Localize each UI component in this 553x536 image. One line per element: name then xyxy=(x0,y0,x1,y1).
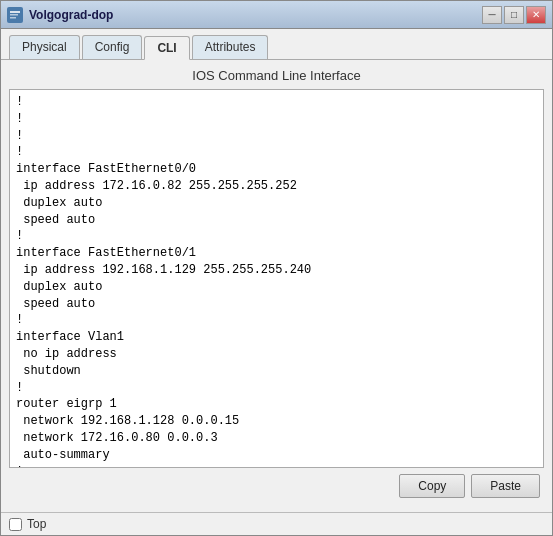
section-title: IOS Command Line Interface xyxy=(9,68,544,83)
tab-attributes[interactable]: Attributes xyxy=(192,35,269,59)
svg-rect-3 xyxy=(10,17,16,19)
tab-config[interactable]: Config xyxy=(82,35,143,59)
cli-terminal[interactable]: ! ! ! ! interface FastEthernet0/0 ip add… xyxy=(9,89,544,468)
top-checkbox-label[interactable]: Top xyxy=(27,517,46,531)
tab-physical[interactable]: Physical xyxy=(9,35,80,59)
svg-rect-1 xyxy=(10,11,20,13)
top-checkbox-area: Top xyxy=(9,517,46,531)
window-icon xyxy=(7,7,23,23)
bottom-bar: Top xyxy=(1,512,552,535)
button-row: Copy Paste xyxy=(9,468,544,504)
paste-button[interactable]: Paste xyxy=(471,474,540,498)
svg-rect-2 xyxy=(10,14,18,16)
tab-bar: Physical Config CLI Attributes xyxy=(1,29,552,60)
maximize-button[interactable]: □ xyxy=(504,6,524,24)
window-title: Volgograd-dop xyxy=(29,8,482,22)
title-bar: Volgograd-dop ─ □ ✕ xyxy=(1,1,552,29)
main-window: Volgograd-dop ─ □ ✕ Physical Config CLI … xyxy=(0,0,553,536)
close-button[interactable]: ✕ xyxy=(526,6,546,24)
content-area: IOS Command Line Interface ! ! ! ! inter… xyxy=(1,60,552,512)
copy-button[interactable]: Copy xyxy=(399,474,465,498)
tab-cli[interactable]: CLI xyxy=(144,36,189,60)
minimize-button[interactable]: ─ xyxy=(482,6,502,24)
top-checkbox[interactable] xyxy=(9,518,22,531)
window-controls: ─ □ ✕ xyxy=(482,6,546,24)
